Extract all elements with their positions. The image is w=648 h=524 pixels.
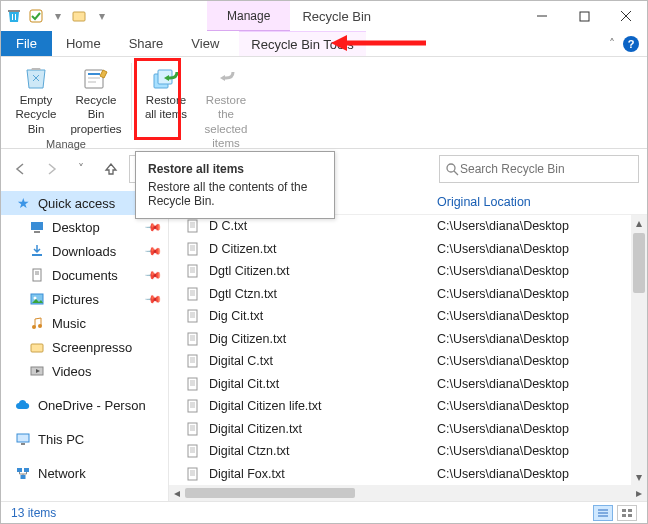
file-name: Digital Citizen life.txt xyxy=(209,399,437,413)
table-row[interactable]: Digital Citizen.txt C:\Users\diana\Deskt… xyxy=(169,418,647,441)
nav-label: Quick access xyxy=(38,196,115,211)
up-button[interactable] xyxy=(99,157,123,181)
ribbon-group-restore: Restore all items Restore the selected i… xyxy=(131,57,261,148)
nav-downloads[interactable]: Downloads 📌 xyxy=(1,239,168,263)
file-location: C:\Users\diana\Desktop xyxy=(437,467,569,481)
maximize-button[interactable] xyxy=(563,1,605,31)
qat-more-icon[interactable]: ▾ xyxy=(93,7,111,25)
svg-rect-9 xyxy=(88,77,100,79)
nav-screenpresso[interactable]: Screenpresso xyxy=(1,335,168,359)
file-location: C:\Users\diana\Desktop xyxy=(437,422,569,436)
details-view-button[interactable] xyxy=(593,505,613,521)
search-icon xyxy=(444,161,460,177)
nav-network[interactable]: Network xyxy=(1,461,168,485)
table-row[interactable]: Dig Cit.txt C:\Users\diana\Desktop xyxy=(169,305,647,328)
svg-rect-0 xyxy=(8,10,20,12)
title-bar: ▾ ▾ Manage Recycle Bin xyxy=(1,1,647,31)
tab-view[interactable]: View xyxy=(177,31,233,56)
horizontal-scrollbar[interactable]: ◂ ▸ xyxy=(169,485,647,501)
file-list[interactable]: D C.txt C:\Users\diana\Desktop D Citizen… xyxy=(169,215,647,485)
tab-share[interactable]: Share xyxy=(115,31,178,56)
scroll-left-icon[interactable]: ◂ xyxy=(169,486,185,500)
text-file-icon xyxy=(185,398,201,414)
table-row[interactable]: D Citizen.txt C:\Users\diana\Desktop xyxy=(169,238,647,261)
scroll-down-icon[interactable]: ▾ xyxy=(631,469,647,485)
qat-dropdown-icon[interactable]: ▾ xyxy=(49,7,67,25)
svg-rect-30 xyxy=(17,468,22,472)
nav-pictures[interactable]: Pictures 📌 xyxy=(1,287,168,311)
text-file-icon xyxy=(185,353,201,369)
text-file-icon xyxy=(185,286,201,302)
restore-all-items-button[interactable]: Restore all items xyxy=(137,59,195,124)
svg-rect-84 xyxy=(622,509,626,512)
nav-videos[interactable]: Videos xyxy=(1,359,168,383)
content-pane: Original Location D C.txt C:\Users\diana… xyxy=(169,189,647,501)
recent-locations-button[interactable]: ˅ xyxy=(69,157,93,181)
file-name: Dig Cit.txt xyxy=(209,309,437,323)
collapse-ribbon-icon[interactable]: ˄ xyxy=(609,37,615,51)
desktop-icon xyxy=(29,219,45,235)
nav-documents[interactable]: Documents 📌 xyxy=(1,263,168,287)
svg-rect-8 xyxy=(88,73,100,75)
search-box[interactable] xyxy=(439,155,639,183)
scroll-right-icon[interactable]: ▸ xyxy=(631,486,647,500)
restore-selected-icon xyxy=(209,63,243,93)
pin-icon: 📌 xyxy=(143,217,162,236)
contextual-tab-header: Manage xyxy=(207,1,290,31)
nav-label: This PC xyxy=(38,432,84,447)
star-icon: ★ xyxy=(15,195,31,211)
file-name: Dgtl Citizen.txt xyxy=(209,264,437,278)
search-input[interactable] xyxy=(460,162,634,176)
forward-button[interactable] xyxy=(39,157,63,181)
text-file-icon xyxy=(185,376,201,392)
svg-rect-26 xyxy=(31,344,43,352)
pictures-icon xyxy=(29,291,45,307)
file-name: Digital Cit.txt xyxy=(209,377,437,391)
nav-this-pc[interactable]: This PC xyxy=(1,427,168,451)
table-row[interactable]: Dgtl Citizen.txt C:\Users\diana\Desktop xyxy=(169,260,647,283)
nav-label: Pictures xyxy=(52,292,99,307)
file-name: Dig Citizen.txt xyxy=(209,332,437,346)
large-icons-view-button[interactable] xyxy=(617,505,637,521)
scroll-thumb[interactable] xyxy=(185,488,355,498)
tab-file[interactable]: File xyxy=(1,31,52,56)
main-area: ★ Quick access Desktop 📌 Downloads 📌 Doc… xyxy=(1,189,647,501)
svg-rect-4 xyxy=(580,12,589,21)
scroll-up-icon[interactable]: ▴ xyxy=(631,215,647,231)
svg-rect-31 xyxy=(24,468,29,472)
nav-label: Videos xyxy=(52,364,92,379)
nav-label: Downloads xyxy=(52,244,116,259)
help-icon[interactable]: ? xyxy=(623,36,639,52)
scroll-thumb[interactable] xyxy=(633,233,645,293)
ribbon-btn-label: Empty Recycle Bin xyxy=(9,93,63,136)
table-row[interactable]: Dig Citizen.txt C:\Users\diana\Desktop xyxy=(169,328,647,351)
network-icon xyxy=(15,465,31,481)
tab-home[interactable]: Home xyxy=(52,31,115,56)
vertical-scrollbar[interactable]: ▴ ▾ xyxy=(631,215,647,485)
svg-rect-85 xyxy=(628,509,632,512)
nav-music[interactable]: Music xyxy=(1,311,168,335)
qat-checked-icon[interactable] xyxy=(27,7,45,25)
table-row[interactable]: Digital Fox.txt C:\Users\diana\Desktop xyxy=(169,463,647,486)
onedrive-icon xyxy=(15,397,31,413)
nav-onedrive[interactable]: OneDrive - Person xyxy=(1,393,168,417)
close-button[interactable] xyxy=(605,1,647,31)
file-location: C:\Users\diana\Desktop xyxy=(437,264,569,278)
back-button[interactable] xyxy=(9,157,33,181)
folder-icon xyxy=(29,339,45,355)
table-row[interactable]: Digital Ctzn.txt C:\Users\diana\Desktop xyxy=(169,440,647,463)
pin-icon: 📌 xyxy=(143,289,162,308)
column-original-location[interactable]: Original Location xyxy=(437,195,531,209)
ribbon-group-label: Manage xyxy=(46,138,86,152)
table-row[interactable]: Digital C.txt C:\Users\diana\Desktop xyxy=(169,350,647,373)
table-row[interactable]: Digital Citizen life.txt C:\Users\diana\… xyxy=(169,395,647,418)
minimize-button[interactable] xyxy=(521,1,563,31)
qat-new-folder-icon[interactable] xyxy=(71,7,89,25)
recycle-bin-properties-button[interactable]: Recycle Bin properties xyxy=(67,59,125,138)
empty-recycle-bin-button[interactable]: Empty Recycle Bin xyxy=(7,59,65,138)
table-row[interactable]: Dgtl Ctzn.txt C:\Users\diana\Desktop xyxy=(169,283,647,306)
downloads-icon xyxy=(29,243,45,259)
table-row[interactable]: Digital Cit.txt C:\Users\diana\Desktop xyxy=(169,373,647,396)
tab-recycle-bin-tools[interactable]: Recycle Bin Tools xyxy=(239,31,365,56)
file-location: C:\Users\diana\Desktop xyxy=(437,444,569,458)
